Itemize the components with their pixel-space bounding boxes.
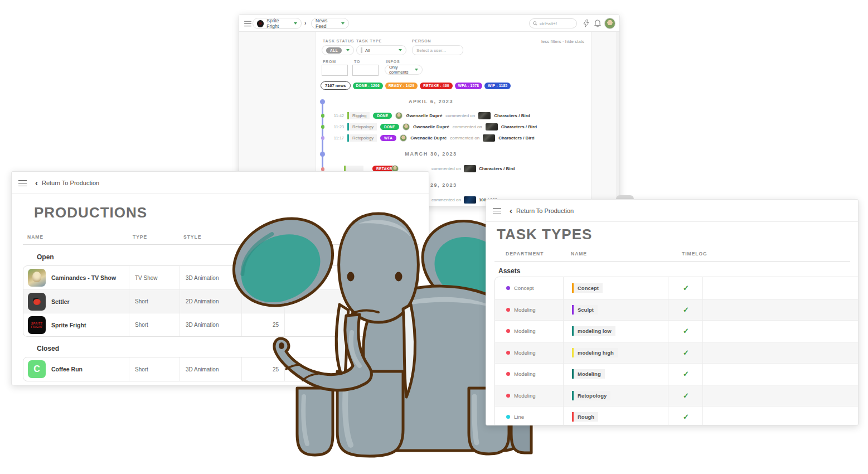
menu-icon[interactable] [493,208,501,214]
timelog-check-cell: ✓ [668,299,702,321]
return-to-production-link[interactable]: ‹ Return To Production [510,207,574,214]
production-type-cell: Short [129,357,180,381]
entry-action-text: commented on [453,124,482,129]
task-type-label: Retopology [349,136,377,141]
status-count-badge[interactable]: WIP : 1185 [484,83,511,89]
task-name-cell: Sculpt [563,299,668,321]
department-cell: Modeling [495,385,563,407]
from-date-input[interactable] [322,65,348,76]
production-thumbnail: SPRITE FRIGHT [28,316,46,334]
entry-action-text: commented on [450,136,479,141]
person-input[interactable]: Select a user... [412,45,463,55]
task-extra-cell [702,277,859,299]
task-type-value: All [365,48,370,53]
entry-action-text: commented on [445,113,475,118]
production-type-cell: Short [129,290,180,313]
bell-icon[interactable] [594,20,601,27]
feed-entry[interactable]: 11:42RiggingDONEGwenaelle Duprécommented… [316,110,546,121]
feed-date-heading: APRIL 6, 2023 [316,99,546,105]
production-thumbnail-text: SPRITE FRIGHT [30,322,43,328]
column-header-timelog[interactable]: TIMELOG [667,251,702,257]
infos-select[interactable]: Only comments [385,65,423,75]
chevron-left-icon: ‹ [35,180,38,186]
task-type-row[interactable]: ModelingSculpt✓ [495,299,859,321]
status-count-badge[interactable]: DONE : 1206 [353,83,383,89]
page-select[interactable]: News Feed [311,18,349,29]
status-count-badge[interactable]: RETAKE : 460 [420,83,452,89]
task-status-select[interactable]: ALL [322,45,354,55]
tasktypes-column-headers: DEPARTMENT NAME TIMELOG [494,251,858,257]
entity-thumbnail [483,134,495,142]
task-type-label: Rigging [349,113,370,118]
chevron-down-icon [294,22,297,25]
to-date-input[interactable] [352,65,379,76]
production-thumbnail-icon [257,20,264,27]
entity-name: Characters / Bird [498,136,534,141]
task-type-row[interactable]: Modelingmodeling low✓ [495,320,859,342]
task-type-row[interactable]: ModelingRetopology✓ [495,385,859,407]
production-select[interactable]: Sprite Fright [253,18,302,29]
entity-name: Characters / Bird [479,166,515,171]
task-name-cell: Modeling [563,364,668,385]
production-select-value: Sprite Fright [266,18,291,29]
commenter-avatar [403,123,410,130]
search-icon [533,21,537,26]
column-header-name[interactable]: NAME [562,251,667,257]
commenter-name: Gwenaelle Dupré [406,113,442,118]
department-name: Modeling [514,307,536,313]
task-name-cell: Rough [563,407,668,425]
task-name-chip: Concept [572,283,603,293]
production-name-cell: Settler [23,290,129,313]
search-placeholder: ctrl+alt+f [540,21,557,26]
entry-time: 11:23 [332,124,344,129]
chevron-down-icon [341,22,345,25]
tasktypes-table: ConceptConcept✓ModelingSculpt✓Modelingmo… [494,277,859,425]
column-header-department[interactable]: DEPARTMENT [494,251,562,257]
department-color-dot [506,351,510,355]
section-assets-label: Assets [498,267,520,275]
task-extra-cell [702,299,859,321]
search-input[interactable]: ctrl+alt+f [529,18,577,28]
department-color-dot [506,329,510,333]
task-name-label: Modeling [574,369,605,379]
less-filters-link[interactable]: less filters · hide stats [541,39,584,44]
timelog-check-cell: ✓ [668,277,702,299]
status-badge: DONE [373,113,392,119]
task-status-value: ALL [326,47,342,54]
task-type-select[interactable]: All [356,45,406,55]
check-icon: ✓ [683,370,689,378]
news-total-badge[interactable]: 7167 news [321,81,351,90]
feed-entry[interactable]: 11:23RetopologyDONEGwenaelle Duprécommen… [316,121,546,132]
column-header-name[interactable]: NAME [23,234,128,240]
task-type-chip: Retopology [347,134,377,142]
page-title: TASK TYPES [497,226,592,243]
entity-thumbnail [486,123,498,130]
feed-entry[interactable]: 11:17RetopologyWFAGwenaelle Duprécomment… [316,132,546,143]
check-icon: ✓ [683,349,689,357]
status-count-badge[interactable]: READY : 1429 [385,83,418,89]
newsfeed-topbar: Sprite Fright › News Feed ctrl+alt+f [239,15,619,32]
screenshot-canvas: Sprite Fright › News Feed ctrl+alt+f TAS… [0,0,868,474]
menu-icon[interactable] [18,180,27,186]
status-count-badge[interactable]: WFA : 1578 [455,83,482,89]
task-extra-cell [702,385,859,407]
feed-date-group: APRIL 6, 202311:42RiggingDONEGwenaelle D… [316,99,546,143]
task-type-row[interactable]: ModelingModeling✓ [495,363,859,385]
return-to-production-link[interactable]: ‹ Return To Production [35,180,99,186]
task-type-row[interactable]: Modelingmodeling high✓ [495,342,859,364]
section-closed-label: Closed [37,345,59,352]
scrollbar[interactable] [616,32,619,205]
user-avatar[interactable] [604,18,615,29]
task-type-row[interactable]: LineRough✓ [495,406,859,425]
infos-label: INFOS [386,60,400,64]
task-name-chip: modeling high [572,348,618,357]
department-color-dot [506,415,510,419]
person-label: PERSON [412,39,431,43]
lightning-icon[interactable] [583,20,589,27]
column-header-type[interactable]: TYPE [128,234,179,240]
commenter-avatar [395,112,403,119]
menu-icon[interactable] [244,21,251,26]
entry-partial-text: commented onCharacters / Bird [431,165,515,172]
task-type-row[interactable]: ConceptConcept✓ [495,277,859,299]
task-name-label: Retopology [574,391,610,400]
